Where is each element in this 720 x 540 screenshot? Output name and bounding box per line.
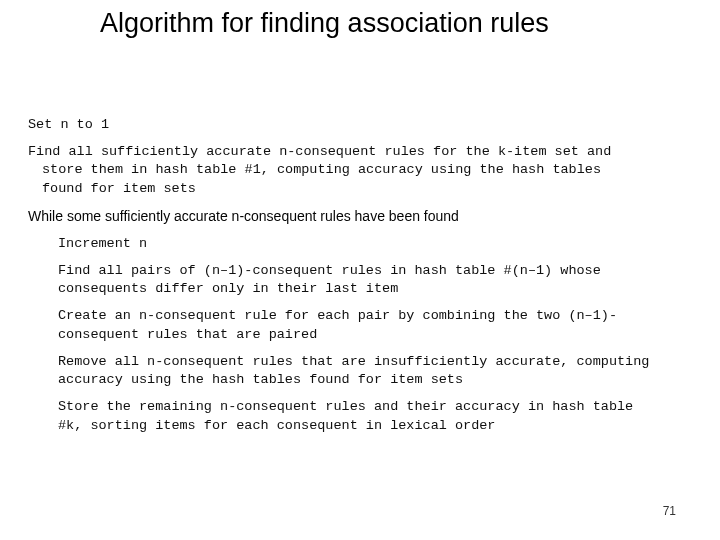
line: #k, sorting items for each consequent in…	[58, 417, 692, 435]
while-condition: While some sufficiently accurate n-conse…	[28, 207, 692, 226]
step-set-n: Set n to 1	[28, 116, 692, 134]
line: store them in hash table #1, computing a…	[28, 161, 692, 179]
line: Remove all n-consequent rules that are i…	[58, 353, 692, 371]
step-remove-inaccurate: Remove all n-consequent rules that are i…	[58, 353, 692, 389]
line: Create an n-consequent rule for each pai…	[58, 307, 692, 325]
slide-title: Algorithm for finding association rules	[100, 8, 549, 39]
line: found for item sets	[28, 180, 692, 198]
step-create-rule: Create an n-consequent rule for each pai…	[58, 307, 692, 343]
line: Find all sufficiently accurate n-consequ…	[28, 143, 692, 161]
step-increment: Increment n	[58, 235, 692, 253]
page-number: 71	[663, 504, 676, 518]
line: accuracy using the hash tables found for…	[58, 371, 692, 389]
line: Find all pairs of (n–1)-consequent rules…	[58, 262, 692, 280]
step-find-pairs: Find all pairs of (n–1)-consequent rules…	[58, 262, 692, 298]
line: consequent rules that are paired	[58, 326, 692, 344]
line: Store the remaining n-consequent rules a…	[58, 398, 692, 416]
step-store-remaining: Store the remaining n-consequent rules a…	[58, 398, 692, 434]
step-find-initial: Find all sufficiently accurate n-consequ…	[28, 143, 692, 198]
line: consequents differ only in their last it…	[58, 280, 692, 298]
while-body: Increment n Find all pairs of (n–1)-cons…	[28, 235, 692, 435]
algorithm-body: Set n to 1 Find all sufficiently accurat…	[28, 116, 692, 444]
